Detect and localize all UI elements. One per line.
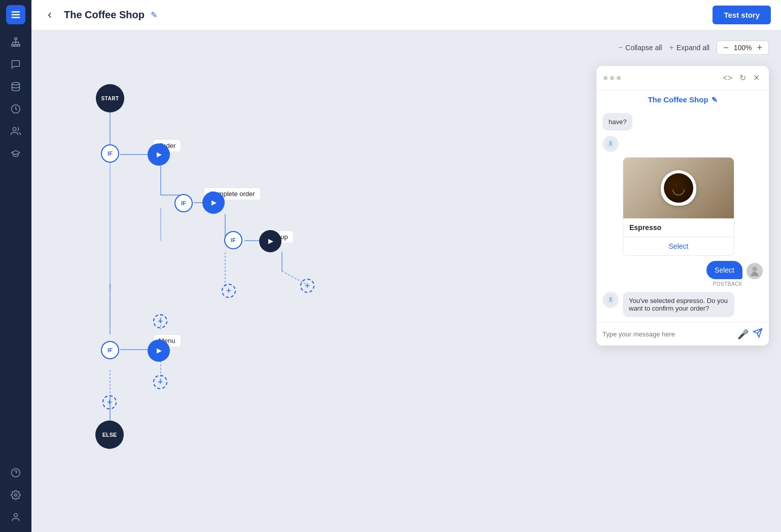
chat-panel-header: <> ↻ ✕ [596, 66, 769, 90]
zoom-in-button[interactable]: + [756, 43, 763, 52]
coffee-smile [672, 189, 685, 196]
chat-input-area: 🎤 [596, 322, 769, 346]
svg-rect-1 [12, 45, 14, 46]
if1-node[interactable]: IF [101, 144, 119, 163]
minus-icon: − [618, 43, 623, 52]
add3-node[interactable]: + [153, 314, 167, 328]
svg-point-15 [14, 514, 18, 517]
collapse-all-button[interactable]: − Collapse all [618, 43, 662, 52]
microphone-icon[interactable]: 🎤 [737, 329, 749, 340]
svg-rect-0 [15, 38, 17, 40]
play2-node[interactable]: ▶ [202, 192, 225, 214]
sidebar-item-graduation[interactable] [6, 144, 25, 163]
user-message-select: Select [602, 261, 763, 279]
svg-rect-2 [15, 45, 17, 46]
main-area: The Coffee Shop ✎ Test story − Collapse … [31, 0, 781, 532]
sidebar-item-hierarchy[interactable] [6, 32, 25, 52]
svg-point-11 [13, 128, 16, 131]
bot-message-confirm: You've selected espresso. Do you want to… [602, 292, 763, 317]
plus-icon: + [669, 43, 673, 52]
sidebar-item-database[interactable] [6, 77, 25, 96]
product-card: Espresso Select [623, 157, 734, 256]
header: The Coffee Shop ✎ Test story [31, 0, 781, 30]
coffee-cup-visual [623, 158, 734, 218]
coffee-cup-inner [661, 170, 696, 206]
app-logo[interactable] [6, 5, 25, 24]
sidebar [0, 0, 31, 532]
product-image [623, 158, 734, 218]
add4-node[interactable]: + [153, 375, 167, 389]
page-title: The Coffee Shop [64, 9, 145, 21]
svg-rect-3 [17, 45, 20, 46]
chat-code-button[interactable]: <> [721, 72, 734, 84]
chat-messages: have? [596, 108, 769, 322]
edit-title-icon[interactable]: ✎ [151, 10, 157, 20]
add1-node[interactable]: + [300, 279, 314, 293]
coffee-liquid [664, 173, 693, 203]
play3-node[interactable]: ▶ [259, 230, 281, 252]
canvas-area: − Collapse all + Expand all − 100% + [31, 30, 781, 532]
sidebar-item-settings[interactable] [6, 485, 25, 505]
sidebar-item-avatar[interactable] [6, 508, 25, 527]
product-title: Espresso [629, 223, 728, 232]
card-select-button[interactable]: Select [623, 237, 734, 255]
chat-edit-icon[interactable]: ✎ [712, 96, 718, 104]
svg-point-39 [610, 297, 612, 299]
svg-point-12 [12, 469, 20, 477]
card-body: Espresso [623, 218, 734, 237]
expand-all-button[interactable]: + Expand all [669, 43, 709, 52]
chat-input[interactable] [602, 330, 733, 338]
chat-panel: <> ↻ ✕ The Coffee Shop ✎ have? [596, 66, 769, 346]
svg-point-35 [610, 141, 612, 143]
zoom-out-button[interactable]: − [722, 43, 730, 52]
sidebar-item-clock[interactable] [6, 99, 25, 119]
chat-dot-3 [617, 76, 621, 80]
svg-point-14 [15, 494, 17, 497]
zoom-value: 100% [734, 44, 752, 52]
send-icon[interactable] [753, 328, 763, 340]
partial-bubble: have? [602, 113, 632, 131]
if3-node[interactable]: IF [224, 231, 242, 249]
bot-message-card [602, 136, 763, 152]
flow-diagram: START Order IF ▶ Complete order IF ▶ [82, 66, 437, 471]
chat-dots [604, 76, 621, 80]
start-node[interactable]: START [96, 84, 124, 112]
svg-point-9 [12, 83, 20, 85]
chat-dot-1 [604, 76, 608, 80]
if4-node[interactable]: IF [101, 341, 119, 359]
if2-node[interactable]: IF [174, 194, 193, 212]
chat-title-row: The Coffee Shop ✎ [596, 90, 769, 108]
bot-message-partial: have? [602, 113, 763, 131]
sidebar-item-help[interactable] [6, 463, 25, 482]
add2-node[interactable]: + [222, 284, 236, 298]
play4-node[interactable]: ▶ [148, 339, 170, 362]
test-story-button[interactable]: Test story [713, 6, 771, 24]
add5-node[interactable]: + [102, 395, 117, 409]
back-button[interactable] [42, 7, 58, 23]
bot-avatar [602, 136, 619, 152]
chat-close-button[interactable]: ✕ [751, 72, 762, 84]
canvas-toolbar: − Collapse all + Expand all − 100% + [618, 41, 769, 55]
postback-label: POSTBACK [602, 281, 742, 287]
sidebar-item-users[interactable] [6, 122, 25, 141]
play1-node[interactable]: ▶ [148, 143, 170, 166]
chat-dot-2 [610, 76, 614, 80]
bot-avatar-2 [602, 292, 619, 308]
chat-refresh-button[interactable]: ↻ [737, 72, 748, 84]
user-avatar [747, 263, 763, 279]
sidebar-item-chat[interactable] [6, 55, 25, 74]
zoom-control: − 100% + [717, 41, 769, 55]
confirm-bubble: You've selected espresso. Do you want to… [623, 292, 734, 317]
svg-point-37 [752, 267, 757, 272]
user-bubble: Select [706, 261, 742, 279]
chat-title: The Coffee Shop [648, 95, 708, 104]
else-node[interactable]: ELSE [95, 421, 124, 449]
